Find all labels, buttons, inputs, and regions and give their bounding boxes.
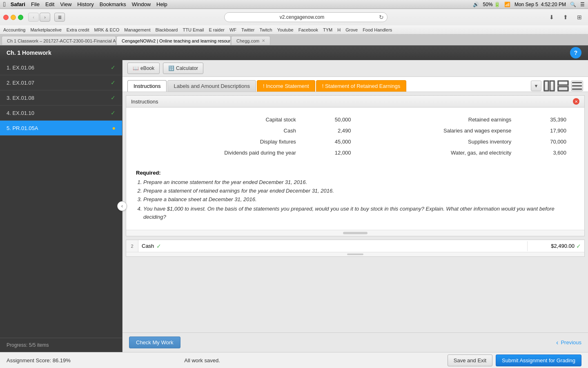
row-value[interactable]: $2,490.00 ✓ <box>527 241 584 251</box>
nav-buttons: ‹ › <box>28 13 50 22</box>
sidebar-toggle-btn[interactable]: ☰ <box>54 13 65 22</box>
content-tabbar: Instructions Labels and Amount Descripti… <box>122 77 588 92</box>
view-btn-1[interactable] <box>543 81 555 91</box>
data-label-1: Cash <box>136 125 299 136</box>
close-window-btn[interactable] <box>3 15 9 20</box>
apple-menu[interactable]:  <box>3 1 6 8</box>
sidebar-item-label: 3. EX.01.08 <box>7 95 111 101</box>
edit-menu[interactable]: Edit <box>45 1 54 7</box>
bookmark-extracredit[interactable]: Extra credit <box>67 27 89 32</box>
history-menu[interactable]: History <box>77 1 94 7</box>
address-bar-wrapper: v2.cengagenow.com ↻ <box>71 12 540 22</box>
footer-status: All work saved. <box>184 357 220 364</box>
svg-rect-1 <box>550 81 554 91</box>
minimize-window-btn[interactable] <box>11 15 16 20</box>
book-icon: 📖 <box>133 65 139 71</box>
instructions-close-btn[interactable]: ✕ <box>573 98 579 105</box>
svg-rect-3 <box>558 87 568 91</box>
help-button[interactable]: ? <box>570 47 581 58</box>
bookmark-h[interactable]: H <box>337 27 341 32</box>
previous-btn[interactable]: ‹ Previous <box>556 339 581 346</box>
tab-classwork[interactable]: Ch 1 Classwork – 201727-ACCT-2300-001-Fi… <box>2 36 116 45</box>
tab-cengagenow[interactable]: CengageNOWv2 | Online teaching and learn… <box>116 36 231 45</box>
mac-menubar:  Safari File Edit View History Bookmark… <box>0 0 588 9</box>
bookmark-blackboard[interactable]: Blackboard <box>155 27 178 32</box>
resize-handle[interactable] <box>126 252 584 256</box>
data-value-1: 2,490 <box>299 125 359 136</box>
app-title: Ch. 1 Homework <box>7 49 570 56</box>
sidebar-item-label: 2. EX.01.07 <box>7 80 111 86</box>
bookmarks-menu[interactable]: Bookmarks <box>100 1 126 7</box>
bookmark-youtube[interactable]: Youtube <box>277 27 294 32</box>
sidebar-item-ex0107[interactable]: 2. EX.01.07 ✓ <box>0 75 122 90</box>
scroll-bar[interactable] <box>126 230 584 236</box>
app-header: Ch. 1 Homework ? <box>0 45 588 60</box>
help-menu[interactable]: Help <box>156 1 167 7</box>
data-label-1: Display fixtures <box>136 136 299 147</box>
bookmark-management[interactable]: Management <box>124 27 150 32</box>
tab-instructions[interactable]: Instructions <box>127 80 167 92</box>
window-menu[interactable]: Window <box>132 1 151 7</box>
view-btn-3[interactable] <box>571 81 583 91</box>
scroll-thumb[interactable] <box>343 232 368 234</box>
bookmark-twitch[interactable]: Twitch <box>260 27 272 32</box>
view-menu[interactable]: View <box>60 1 71 7</box>
bookmark-grove[interactable]: Grove <box>345 27 358 32</box>
submit-btn[interactable]: Submit Assignment for Grading <box>496 355 581 366</box>
tab-labels[interactable]: Labels and Amount Descriptions <box>167 80 256 92</box>
address-bar[interactable]: v2.cengagenow.com ↻ <box>224 12 388 22</box>
table-row: Dividends paid during the year 12,000 Wa… <box>136 147 575 158</box>
instructions-panel: Instructions ✕ Capital stock 50,000 Reta… <box>126 95 585 236</box>
bookmark-mrkeco[interactable]: MRK & ECO <box>94 27 120 32</box>
bookmark-twitter[interactable]: Twitter <box>241 27 254 32</box>
download-icon[interactable]: ⬇ <box>546 13 557 22</box>
reload-btn[interactable]: ↻ <box>379 14 384 20</box>
sidebar-icon[interactable]: ☰ <box>580 2 585 7</box>
data-label-1: Dividends paid during the year <box>136 147 299 158</box>
datetime: Mon Sep 5 4:52:20 PM <box>514 2 566 7</box>
safari-menu[interactable]: Safari <box>11 1 25 7</box>
previous-chevron-icon: ‹ <box>556 339 558 346</box>
row-number: 2 <box>126 240 138 252</box>
score-value: 86.19% <box>53 357 71 364</box>
bookmark-facebook[interactable]: Facebook <box>298 27 318 32</box>
sidebar-collapse-btn[interactable]: ‹ <box>117 201 127 211</box>
bookmark-eraider[interactable]: E raider <box>209 27 225 32</box>
table-row: Cash 2,490 Salaries and wages expense 17… <box>136 125 575 136</box>
maximize-window-btn[interactable] <box>18 15 23 20</box>
tab-toolbar: ▼ <box>531 81 583 91</box>
back-btn[interactable]: ‹ <box>28 13 39 22</box>
share-icon[interactable]: ⬆ <box>560 13 571 22</box>
required-item-2: Prepare a statement of retained earnings… <box>143 188 575 194</box>
view-btn-2[interactable] <box>557 81 569 91</box>
bookmark-foodhandlers[interactable]: Food Handlers <box>363 27 392 32</box>
bookmark-wf[interactable]: WF <box>229 27 236 32</box>
file-menu[interactable]: File <box>31 1 40 7</box>
forward-btn[interactable]: › <box>40 13 50 22</box>
sidebar-item-ex0110[interactable]: 4. EX.01.10 ✓ <box>0 105 122 121</box>
search-icon[interactable]: 🔍 <box>570 2 576 7</box>
bookmark-tym[interactable]: TYM <box>323 27 332 32</box>
bookmark-ttuemail[interactable]: TTU Email <box>183 27 204 32</box>
close-tab-chegg[interactable]: ✕ <box>262 38 265 43</box>
check-my-work-btn[interactable]: Check My Work <box>129 337 180 348</box>
data-label-2: Salaries and wages expense <box>359 125 515 136</box>
new-tab-icon[interactable]: ⊞ <box>574 13 585 22</box>
sidebar-item-ex0108[interactable]: 3. EX.01.08 ✓ <box>0 90 122 105</box>
sidebar-item-pr0105a[interactable]: 5. PR.01.05A ● <box>0 121 122 136</box>
progress-value: 5/5 items <box>29 342 49 348</box>
tab-income-statement[interactable]: ! Income Statement <box>257 80 315 92</box>
bookmark-marketplacelive[interactable]: Marketplacelive <box>30 27 61 32</box>
volume-icon[interactable]: 🔊 <box>473 2 479 7</box>
save-exit-btn[interactable]: Save and Exit <box>448 355 492 366</box>
bookmarks-bar: Accounting Marketplacelive Extra credit … <box>0 25 588 34</box>
tab-dropdown-btn[interactable]: ▼ <box>531 81 541 91</box>
required-item-4: You have $1,000 to invest. On the basis … <box>143 205 575 221</box>
sidebar-item-ex0106[interactable]: 1. EX.01.06 ✓ <box>0 60 122 75</box>
tab-chegg[interactable]: Chegg.com ✕ <box>231 36 270 45</box>
tab-retained-earnings[interactable]: ! Statement of Retained Earnings <box>316 80 407 92</box>
ebook-btn[interactable]: 📖 eBook <box>127 63 160 74</box>
calculator-btn[interactable]: 🔢 Calculator <box>163 63 203 74</box>
bookmark-accounting[interactable]: Accounting <box>3 27 25 32</box>
table-row: Display fixtures 45,000 Supplies invento… <box>136 136 575 147</box>
